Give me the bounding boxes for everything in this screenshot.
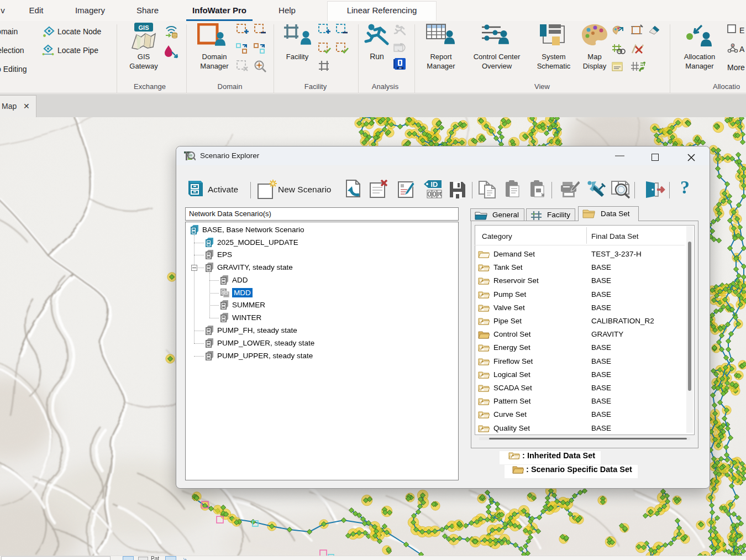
svg-text:ID: ID bbox=[431, 180, 438, 189]
svg-text:GIS: GIS bbox=[139, 24, 149, 31]
svg-text:AI: AI bbox=[399, 66, 402, 70]
